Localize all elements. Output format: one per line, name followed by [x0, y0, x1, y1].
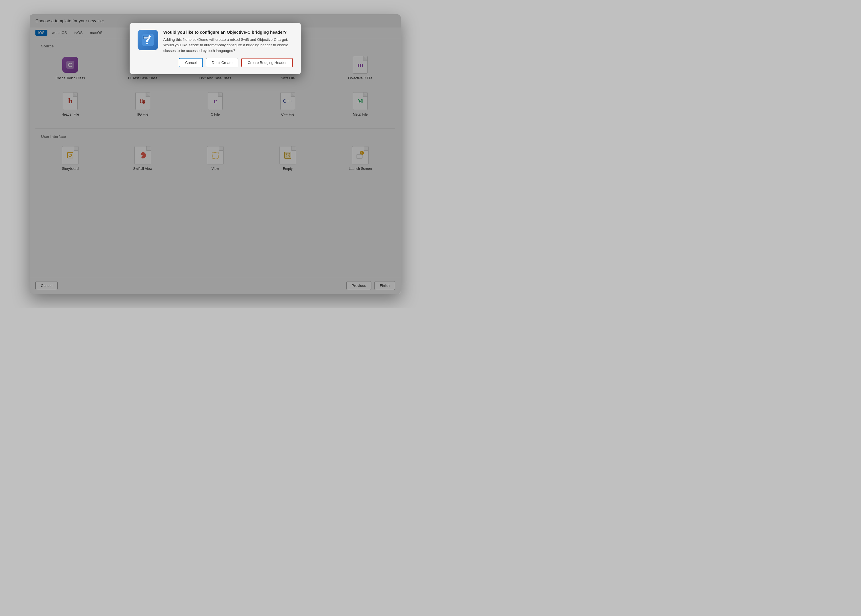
svg-rect-17 [144, 36, 148, 39]
modal-buttons: Cancel Don't Create Create Bridging Head… [138, 58, 293, 68]
modal-overlay: Would you like to configure an Objective… [30, 14, 401, 294]
xcode-icon-container [138, 30, 158, 50]
modal-body: Adding this file to sdkDemo will create … [163, 37, 293, 53]
main-window: Choose a template for your new file: iOS… [30, 14, 401, 294]
modal-top: Would you like to configure an Objective… [138, 30, 293, 53]
dialog-create-button[interactable]: Create Bridging Header [241, 58, 293, 68]
bridging-header-dialog: Would you like to configure an Objective… [130, 23, 301, 74]
modal-title: Would you like to configure an Objective… [163, 30, 293, 35]
xcode-app-icon [138, 30, 158, 50]
dialog-cancel-button[interactable]: Cancel [179, 58, 203, 68]
dialog-dont-create-button[interactable]: Don't Create [206, 58, 239, 68]
modal-text-container: Would you like to configure an Objective… [163, 30, 293, 53]
